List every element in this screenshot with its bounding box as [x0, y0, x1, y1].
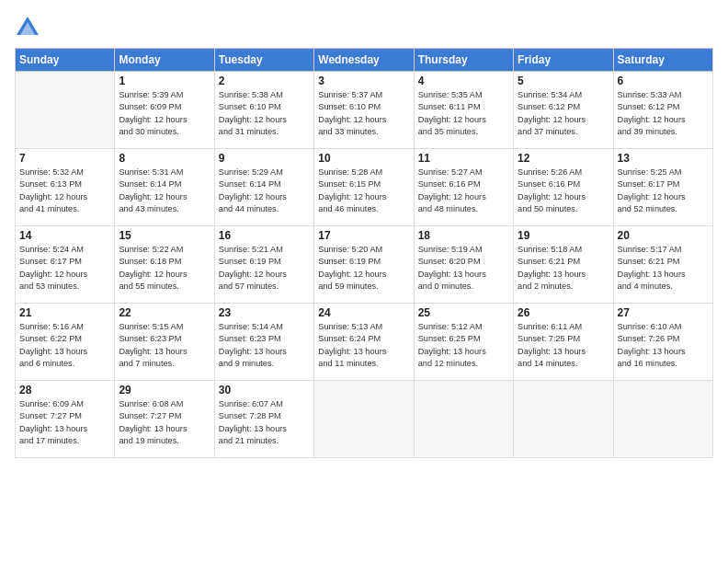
day-text: Sunrise: 5:26 AM Sunset: 6:16 PM Dayligh… — [518, 167, 609, 215]
week-row-1: 1Sunrise: 5:39 AM Sunset: 6:09 PM Daylig… — [16, 72, 713, 149]
day-text: Sunrise: 5:14 AM Sunset: 6:23 PM Dayligh… — [219, 321, 310, 370]
day-number: 24 — [318, 306, 409, 319]
day-cell: 14Sunrise: 5:24 AM Sunset: 6:17 PM Dayli… — [16, 226, 115, 304]
day-text: Sunrise: 6:08 AM Sunset: 7:27 PM Dayligh… — [119, 398, 210, 447]
week-row-3: 14Sunrise: 5:24 AM Sunset: 6:17 PM Dayli… — [16, 226, 713, 304]
header — [15, 15, 713, 40]
day-number: 21 — [19, 306, 110, 319]
day-text: Sunrise: 6:09 AM Sunset: 7:27 PM Dayligh… — [19, 398, 110, 447]
day-text: Sunrise: 5:19 AM Sunset: 6:20 PM Dayligh… — [418, 244, 509, 293]
day-text: Sunrise: 5:27 AM Sunset: 6:16 PM Dayligh… — [418, 167, 509, 215]
col-header-sunday: Sunday — [16, 49, 115, 72]
day-number: 8 — [119, 152, 210, 165]
day-cell: 11Sunrise: 5:27 AM Sunset: 6:16 PM Dayli… — [414, 149, 513, 226]
logo — [15, 15, 44, 40]
day-cell: 5Sunrise: 5:34 AM Sunset: 6:12 PM Daylig… — [514, 72, 613, 149]
day-text: Sunrise: 5:17 AM Sunset: 6:21 PM Dayligh… — [618, 244, 709, 293]
day-cell: 27Sunrise: 6:10 AM Sunset: 7:26 PM Dayli… — [613, 304, 712, 381]
day-cell — [16, 72, 115, 149]
day-number: 14 — [19, 229, 110, 242]
day-number: 7 — [19, 152, 110, 165]
day-cell: 15Sunrise: 5:22 AM Sunset: 6:18 PM Dayli… — [115, 226, 214, 304]
day-number: 3 — [318, 75, 409, 87]
day-number: 1 — [119, 75, 210, 87]
day-number: 18 — [418, 229, 509, 242]
day-number: 25 — [418, 306, 509, 319]
day-cell: 3Sunrise: 5:37 AM Sunset: 6:10 PM Daylig… — [314, 72, 414, 149]
day-cell: 17Sunrise: 5:20 AM Sunset: 6:19 PM Dayli… — [314, 226, 414, 304]
day-text: Sunrise: 6:10 AM Sunset: 7:26 PM Dayligh… — [618, 321, 709, 370]
day-cell: 24Sunrise: 5:13 AM Sunset: 6:24 PM Dayli… — [314, 304, 414, 381]
day-cell: 25Sunrise: 5:12 AM Sunset: 6:25 PM Dayli… — [414, 304, 513, 381]
day-text: Sunrise: 5:21 AM Sunset: 6:19 PM Dayligh… — [219, 244, 310, 293]
day-number: 2 — [219, 75, 310, 87]
col-header-tuesday: Tuesday — [214, 49, 313, 72]
day-number: 10 — [318, 152, 409, 165]
day-cell — [414, 381, 513, 458]
day-text: Sunrise: 5:22 AM Sunset: 6:18 PM Dayligh… — [119, 244, 210, 293]
col-header-saturday: Saturday — [613, 49, 712, 72]
day-number: 5 — [518, 75, 609, 87]
day-text: Sunrise: 5:31 AM Sunset: 6:14 PM Dayligh… — [119, 167, 210, 215]
day-number: 27 — [618, 306, 709, 319]
day-cell: 6Sunrise: 5:33 AM Sunset: 6:12 PM Daylig… — [613, 72, 712, 149]
week-row-2: 7Sunrise: 5:32 AM Sunset: 6:13 PM Daylig… — [16, 149, 713, 226]
day-text: Sunrise: 5:18 AM Sunset: 6:21 PM Dayligh… — [518, 244, 609, 293]
day-cell: 1Sunrise: 5:39 AM Sunset: 6:09 PM Daylig… — [115, 72, 214, 149]
day-text: Sunrise: 5:12 AM Sunset: 6:25 PM Dayligh… — [418, 321, 509, 370]
main-container: SundayMondayTuesdayWednesdayThursdayFrid… — [0, 0, 728, 563]
day-number: 30 — [219, 384, 310, 396]
day-cell: 9Sunrise: 5:29 AM Sunset: 6:14 PM Daylig… — [214, 149, 313, 226]
week-row-5: 28Sunrise: 6:09 AM Sunset: 7:27 PM Dayli… — [16, 381, 713, 458]
day-cell: 10Sunrise: 5:28 AM Sunset: 6:15 PM Dayli… — [314, 149, 414, 226]
logo-icon — [15, 15, 40, 40]
day-cell — [514, 381, 613, 458]
day-text: Sunrise: 5:20 AM Sunset: 6:19 PM Dayligh… — [318, 244, 409, 293]
day-number: 17 — [318, 229, 409, 242]
day-number: 9 — [219, 152, 310, 165]
day-text: Sunrise: 5:38 AM Sunset: 6:10 PM Dayligh… — [219, 89, 310, 138]
day-number: 19 — [518, 229, 609, 242]
day-text: Sunrise: 5:39 AM Sunset: 6:09 PM Dayligh… — [119, 89, 210, 138]
day-number: 4 — [418, 75, 509, 87]
col-header-monday: Monday — [115, 49, 214, 72]
day-cell: 19Sunrise: 5:18 AM Sunset: 6:21 PM Dayli… — [514, 226, 613, 304]
day-cell: 29Sunrise: 6:08 AM Sunset: 7:27 PM Dayli… — [115, 381, 214, 458]
day-number: 15 — [119, 229, 210, 242]
col-header-friday: Friday — [514, 49, 613, 72]
day-cell: 18Sunrise: 5:19 AM Sunset: 6:20 PM Dayli… — [414, 226, 513, 304]
day-number: 22 — [119, 306, 210, 319]
day-cell: 22Sunrise: 5:15 AM Sunset: 6:23 PM Dayli… — [115, 304, 214, 381]
day-cell: 16Sunrise: 5:21 AM Sunset: 6:19 PM Dayli… — [214, 226, 313, 304]
col-header-thursday: Thursday — [414, 49, 513, 72]
day-cell: 7Sunrise: 5:32 AM Sunset: 6:13 PM Daylig… — [16, 149, 115, 226]
day-text: Sunrise: 5:33 AM Sunset: 6:12 PM Dayligh… — [618, 89, 709, 138]
day-number: 12 — [518, 152, 609, 165]
day-text: Sunrise: 6:07 AM Sunset: 7:28 PM Dayligh… — [219, 398, 310, 447]
day-cell — [314, 381, 414, 458]
day-number: 26 — [518, 306, 609, 319]
day-text: Sunrise: 5:25 AM Sunset: 6:17 PM Dayligh… — [618, 167, 709, 215]
day-number: 29 — [119, 384, 210, 396]
day-cell: 26Sunrise: 6:11 AM Sunset: 7:25 PM Dayli… — [514, 304, 613, 381]
day-text: Sunrise: 5:13 AM Sunset: 6:24 PM Dayligh… — [318, 321, 409, 370]
day-number: 13 — [618, 152, 709, 165]
day-cell: 2Sunrise: 5:38 AM Sunset: 6:10 PM Daylig… — [214, 72, 313, 149]
day-number: 20 — [618, 229, 709, 242]
day-number: 6 — [618, 75, 709, 87]
day-text: Sunrise: 6:11 AM Sunset: 7:25 PM Dayligh… — [518, 321, 609, 370]
day-cell: 28Sunrise: 6:09 AM Sunset: 7:27 PM Dayli… — [16, 381, 115, 458]
day-cell: 21Sunrise: 5:16 AM Sunset: 6:22 PM Dayli… — [16, 304, 115, 381]
day-text: Sunrise: 5:29 AM Sunset: 6:14 PM Dayligh… — [219, 167, 310, 215]
day-text: Sunrise: 5:15 AM Sunset: 6:23 PM Dayligh… — [119, 321, 210, 370]
day-cell: 8Sunrise: 5:31 AM Sunset: 6:14 PM Daylig… — [115, 149, 214, 226]
calendar-table: SundayMondayTuesdayWednesdayThursdayFrid… — [15, 48, 713, 458]
day-text: Sunrise: 5:32 AM Sunset: 6:13 PM Dayligh… — [19, 167, 110, 215]
day-text: Sunrise: 5:35 AM Sunset: 6:11 PM Dayligh… — [418, 89, 509, 138]
day-cell — [613, 381, 712, 458]
day-cell: 13Sunrise: 5:25 AM Sunset: 6:17 PM Dayli… — [613, 149, 712, 226]
day-cell: 20Sunrise: 5:17 AM Sunset: 6:21 PM Dayli… — [613, 226, 712, 304]
day-text: Sunrise: 5:16 AM Sunset: 6:22 PM Dayligh… — [19, 321, 110, 370]
day-number: 28 — [19, 384, 110, 396]
day-number: 23 — [219, 306, 310, 319]
